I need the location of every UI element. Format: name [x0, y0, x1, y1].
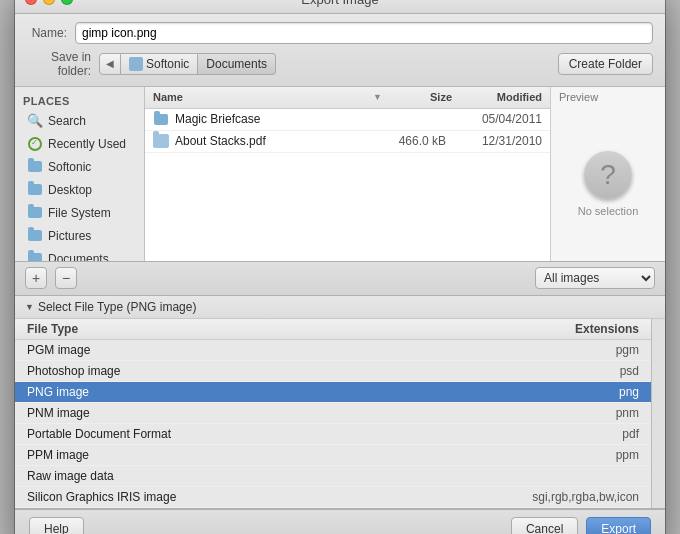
file-type-name: PGM image	[15, 339, 378, 360]
file-icon	[153, 133, 169, 149]
toolbar: Name: Save in folder: ◀ Softonic Documen…	[15, 14, 665, 87]
table-row[interactable]: Silicon Graphics IRIS imagesgi,rgb,rgba,…	[15, 486, 651, 507]
add-button[interactable]: +	[25, 267, 47, 289]
sidebar-item-label: Documents	[48, 252, 109, 261]
sidebar-item-label: Desktop	[48, 183, 92, 197]
sidebar-item-pictures[interactable]: Pictures	[19, 225, 140, 247]
col-name-header: Name	[153, 91, 370, 103]
file-type-name: Photoshop image	[15, 360, 378, 381]
table-row[interactable]: PNG imagepng	[15, 381, 651, 402]
sidebar-item-search[interactable]: 🔍 Search	[19, 110, 140, 132]
file-type-section-label: Select File Type (PNG image)	[38, 300, 197, 314]
file-type-ext: pgm	[378, 339, 651, 360]
col-ext-header: Extensions	[378, 319, 651, 340]
traffic-lights	[25, 0, 73, 5]
file-type-section: ▼ Select File Type (PNG image) File Type…	[15, 296, 665, 509]
folder-icon	[27, 205, 43, 221]
footer-bar: Help Cancel Export	[15, 509, 665, 535]
file-type-table: File Type Extensions PGM imagepgmPhotosh…	[15, 319, 651, 508]
table-row[interactable]: Magic Briefcase 05/04/2011	[145, 109, 550, 131]
file-type-name: PNM image	[15, 402, 378, 423]
recently-used-icon	[27, 136, 43, 152]
scrollbar[interactable]	[651, 319, 665, 508]
file-type-ext: png	[378, 381, 651, 402]
expand-icon: ▼	[25, 302, 34, 312]
titlebar: Export Image	[15, 0, 665, 14]
preview-icon-area: ? No selection	[578, 107, 639, 261]
minimize-button[interactable]	[43, 0, 55, 5]
sidebar: Places 🔍 Search Recently Used Softonic	[15, 87, 145, 261]
file-type-ext: psd	[378, 360, 651, 381]
file-type-header[interactable]: ▼ Select File Type (PNG image)	[15, 296, 665, 319]
footer-right-buttons: Cancel Export	[511, 517, 651, 534]
preview-header: Preview	[551, 87, 606, 107]
filter-dropdown[interactable]: All images All files PNG image JPEG imag…	[535, 267, 655, 289]
bottom-toolbar: + − All images All files PNG image JPEG …	[15, 262, 665, 296]
sidebar-item-label: Softonic	[48, 160, 91, 174]
sort-icon: ▼	[373, 92, 382, 102]
create-folder-button[interactable]: Create Folder	[558, 53, 653, 75]
folder-icon	[27, 251, 43, 261]
folder-icon	[27, 159, 43, 175]
filename-input[interactable]	[75, 22, 653, 44]
file-type-name: PPM image	[15, 444, 378, 465]
preview-no-selection-label: No selection	[578, 205, 639, 217]
sidebar-item-recently-used[interactable]: Recently Used	[19, 133, 140, 155]
breadcrumb-softonic-label: Softonic	[146, 57, 189, 71]
file-type-name: Silicon Graphics IRIS image	[15, 486, 378, 507]
table-row[interactable]: Photoshop imagepsd	[15, 360, 651, 381]
maximize-button[interactable]	[61, 0, 73, 5]
table-row[interactable]: Raw image data	[15, 465, 651, 486]
file-type-name: Raw image data	[15, 465, 378, 486]
cancel-button[interactable]: Cancel	[511, 517, 578, 534]
folder-icon	[129, 57, 143, 71]
breadcrumb-softonic[interactable]: Softonic	[121, 53, 198, 75]
folder-icon	[153, 111, 169, 127]
breadcrumb-documents-label: Documents	[206, 57, 267, 71]
sidebar-item-filesystem[interactable]: File System	[19, 202, 140, 224]
nav-back-button[interactable]: ◀	[99, 53, 121, 75]
savein-row: Save in folder: ◀ Softonic Documents Cre…	[27, 50, 653, 78]
table-row[interactable]: PNM imagepnm	[15, 402, 651, 423]
table-row[interactable]: About Stacks.pdf 466.0 kB 12/31/2010	[145, 131, 550, 153]
file-modified: 05/04/2011	[452, 112, 542, 126]
file-type-ext	[378, 465, 651, 486]
file-type-ext: pnm	[378, 402, 651, 423]
savein-label: Save in folder:	[27, 50, 91, 78]
help-button[interactable]: Help	[29, 517, 84, 534]
table-row[interactable]: PPM imageppm	[15, 444, 651, 465]
search-icon: 🔍	[27, 113, 43, 129]
export-button[interactable]: Export	[586, 517, 651, 534]
sidebar-item-label: File System	[48, 206, 111, 220]
breadcrumb-documents[interactable]: Documents	[198, 53, 276, 75]
preview-placeholder-icon: ?	[584, 151, 632, 199]
window-title: Export Image	[301, 0, 378, 7]
sidebar-item-softonic[interactable]: Softonic	[19, 156, 140, 178]
file-type-name: PNG image	[15, 381, 378, 402]
file-list-area: Name ▼ Size Modified Magic Briefcase 05/…	[145, 87, 550, 261]
name-label: Name:	[27, 26, 67, 40]
remove-button[interactable]: −	[55, 267, 77, 289]
file-type-name: Portable Document Format	[15, 423, 378, 444]
table-row[interactable]: Portable Document Formatpdf	[15, 423, 651, 444]
folder-icon	[27, 228, 43, 244]
table-row[interactable]: PGM imagepgm	[15, 339, 651, 360]
sidebar-item-documents[interactable]: Documents	[19, 248, 140, 261]
sidebar-item-label: Search	[48, 114, 86, 128]
sidebar-item-desktop[interactable]: Desktop	[19, 179, 140, 201]
file-name: Magic Briefcase	[175, 112, 370, 126]
preview-area: Preview ? No selection	[550, 87, 665, 261]
file-size: 466.0 kB	[376, 134, 446, 148]
file-type-ext: ppm	[378, 444, 651, 465]
col-size-header: Size	[382, 91, 452, 103]
folder-icon	[27, 182, 43, 198]
name-row: Name:	[27, 22, 653, 44]
export-image-dialog: Export Image Name: Save in folder: ◀ Sof…	[15, 0, 665, 534]
close-button[interactable]	[25, 0, 37, 5]
file-name: About Stacks.pdf	[175, 134, 370, 148]
file-type-table-container: File Type Extensions PGM imagepgmPhotosh…	[15, 319, 651, 508]
col-modified-header: Modified	[452, 91, 542, 103]
file-type-ext: pdf	[378, 423, 651, 444]
main-area: Places 🔍 Search Recently Used Softonic	[15, 87, 665, 262]
file-type-table-area: File Type Extensions PGM imagepgmPhotosh…	[15, 319, 665, 508]
